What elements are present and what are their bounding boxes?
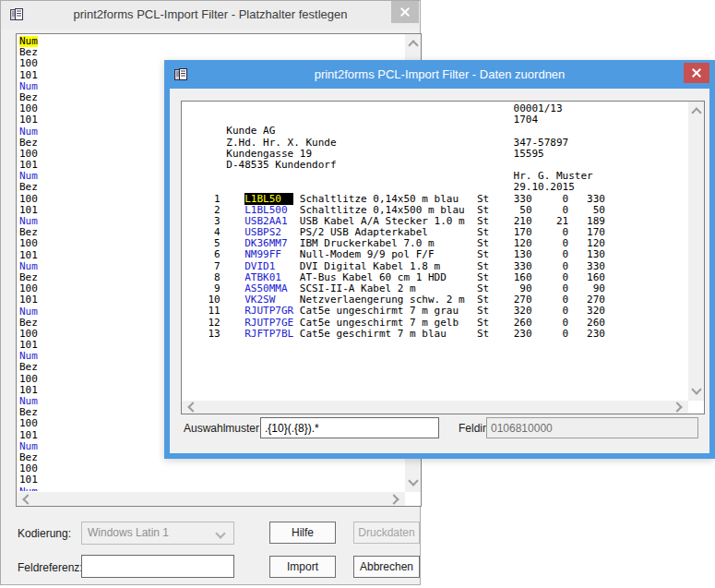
- list-item-label[interactable]: 101: [19, 114, 38, 126]
- list-item-label[interactable]: 100: [19, 237, 38, 249]
- list-item-label[interactable]: 101: [19, 339, 38, 351]
- item-code[interactable]: RJUTP7GR: [244, 305, 293, 317]
- list-item-label[interactable]: Num: [19, 36, 38, 47]
- list-item-label[interactable]: 101: [19, 429, 38, 441]
- item-code[interactable]: RJFTP7BL: [244, 328, 293, 340]
- list-item-label[interactable]: Bez: [19, 91, 38, 103]
- list-item-label[interactable]: Num: [19, 170, 38, 182]
- list-item-label[interactable]: Bez: [19, 406, 38, 418]
- list-item-label[interactable]: 100: [19, 373, 38, 385]
- item-code[interactable]: DVID1: [244, 260, 293, 272]
- hilfe-button[interactable]: Hilfe: [269, 522, 336, 544]
- list-item-label[interactable]: 101: [19, 249, 38, 261]
- list-item-label[interactable]: Num: [19, 306, 38, 318]
- back-window-title: print2forms PCL-Import Filter - Platzhal…: [1, 7, 420, 21]
- document-line: 13 RJFTP7BL Cat5e geschirmt 7 m blau St …: [184, 329, 687, 340]
- front-window-content: 00001/13 1704 Kunde AG Z.Hd. Hr. X. Kund…: [170, 89, 709, 453]
- import-button[interactable]: Import: [269, 556, 336, 578]
- item-code[interactable]: AS50MMA: [244, 282, 293, 294]
- item-code[interactable]: RJUTP7GE: [244, 317, 293, 329]
- list-item-label[interactable]: Bez: [19, 361, 38, 373]
- abbrechen-button[interactable]: Abbrechen: [353, 556, 420, 578]
- item-code[interactable]: NM99FF: [244, 248, 293, 260]
- item-code[interactable]: USBPS2: [244, 226, 293, 238]
- front-close-button[interactable]: [684, 63, 709, 83]
- scroll-up-icon[interactable]: [408, 40, 418, 50]
- list-item-label[interactable]: 100: [19, 102, 38, 114]
- item-code[interactable]: L1BL500: [244, 204, 293, 216]
- list-item-label[interactable]: 101: [19, 69, 38, 81]
- document-view[interactable]: 00001/13 1704 Kunde AG Z.Hd. Hr. X. Kund…: [181, 101, 705, 414]
- list-item-label[interactable]: 101: [19, 159, 38, 171]
- item-code[interactable]: L1BL50: [244, 193, 293, 205]
- list-item-label[interactable]: Num: [19, 350, 38, 362]
- list-item[interactable]: Num: [19, 36, 404, 47]
- feldreferenz-input[interactable]: [81, 555, 234, 578]
- list-item-label[interactable]: Num: [19, 260, 38, 272]
- document-hscrollbar[interactable]: [182, 401, 688, 414]
- list-item-label[interactable]: 101: [19, 384, 38, 396]
- close-icon: [399, 6, 411, 18]
- list-item-label[interactable]: Num: [19, 440, 38, 452]
- front-window-title: print2forms PCL-Import Filter - Daten zu…: [164, 67, 715, 81]
- list-hscrollbar[interactable]: [17, 492, 405, 506]
- item-code[interactable]: VK2SW: [244, 294, 293, 306]
- kodierung-label: Kodierung:: [18, 527, 71, 540]
- list-item-label[interactable]: 100: [19, 193, 38, 205]
- front-titlebar: print2forms PCL-Import Filter - Daten zu…: [164, 60, 715, 89]
- druckdaten-button[interactable]: Druckdaten: [353, 522, 420, 544]
- feldreferenz-label: Feldreferenz:: [18, 561, 83, 574]
- scroll-left-icon[interactable]: [187, 402, 197, 412]
- close-icon: [691, 67, 702, 78]
- list-item-label[interactable]: Bez: [19, 451, 38, 463]
- list-item-label[interactable]: Bez: [19, 181, 38, 193]
- list-item-label[interactable]: 100: [19, 57, 38, 69]
- back-titlebar: print2forms PCL-Import Filter - Platzhal…: [1, 1, 420, 29]
- scroll-down-icon[interactable]: [691, 384, 701, 394]
- list-item-label[interactable]: Num: [19, 215, 38, 227]
- list-item-label[interactable]: Bez: [19, 271, 38, 283]
- list-item[interactable]: 101: [19, 474, 404, 486]
- list-item-label[interactable]: Num: [19, 80, 38, 92]
- back-close-button[interactable]: [391, 1, 419, 23]
- list-item[interactable]: Num: [19, 486, 404, 492]
- list-item-label[interactable]: 100: [19, 462, 38, 474]
- scroll-left-icon[interactable]: [22, 494, 32, 504]
- kodierung-value: Windows Latin 1: [88, 526, 169, 539]
- item-code[interactable]: ATBK01: [244, 271, 293, 283]
- kodierung-select[interactable]: Windows Latin 1: [81, 522, 234, 545]
- scroll-right-icon[interactable]: [388, 494, 399, 504]
- scroll-down-icon[interactable]: [408, 475, 418, 486]
- list-item-label[interactable]: Bez: [19, 137, 38, 149]
- list-item-label[interactable]: 101: [19, 474, 38, 486]
- item-code[interactable]: DK36MM7: [244, 237, 293, 249]
- auswahlmuster-input[interactable]: [260, 417, 439, 438]
- list-item-label[interactable]: 100: [19, 282, 38, 294]
- list-item-label[interactable]: 101: [19, 204, 38, 216]
- document-text: 00001/13 1704 Kunde AG Z.Hd. Hr. X. Kund…: [184, 103, 687, 399]
- scroll-up-icon[interactable]: [691, 107, 701, 117]
- list-item-label[interactable]: 100: [19, 148, 38, 160]
- list-item-label[interactable]: Bez: [19, 226, 38, 238]
- list-item-label[interactable]: 100: [19, 417, 38, 429]
- front-window: print2forms PCL-Import Filter - Daten zu…: [164, 60, 715, 459]
- list-item-label[interactable]: Num: [19, 126, 38, 138]
- auswahlmuster-label: Auswahlmuster:: [184, 422, 262, 435]
- chevron-down-icon: [215, 528, 225, 538]
- list-item-label[interactable]: 101: [19, 294, 38, 306]
- scroll-right-icon[interactable]: [672, 402, 682, 412]
- feldindex-input[interactable]: [486, 417, 698, 438]
- list-item[interactable]: Bez: [19, 47, 404, 58]
- list-item-label[interactable]: Bez: [19, 317, 38, 329]
- list-item-label[interactable]: Bez: [19, 46, 38, 58]
- document-vscrollbar[interactable]: [688, 102, 704, 401]
- list-item-label[interactable]: Num: [19, 395, 38, 407]
- list-item-label[interactable]: 100: [19, 328, 38, 340]
- list-item[interactable]: 100: [19, 463, 404, 474]
- item-code[interactable]: USB2AA1: [244, 215, 293, 227]
- list-item-label[interactable]: Num: [19, 486, 38, 492]
